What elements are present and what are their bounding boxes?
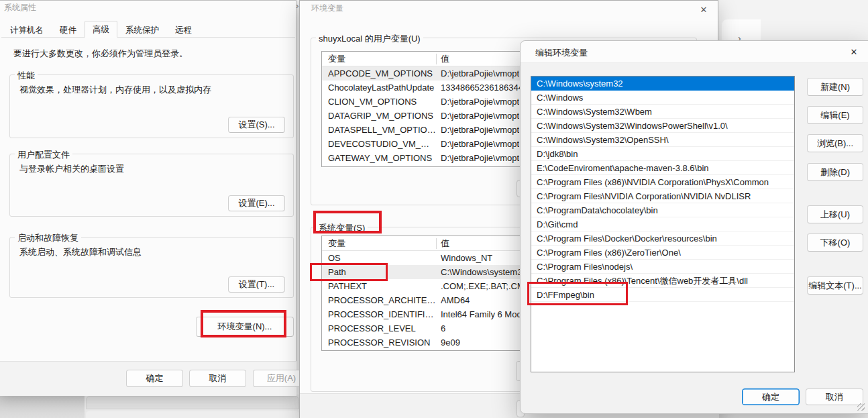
close-icon[interactable]: ✕ bbox=[698, 3, 710, 15]
variable-cell: DATASPELL_VM_OPTIONS bbox=[322, 123, 436, 137]
user-variables-title: shuyxLocal 的用户变量(U) bbox=[316, 33, 423, 45]
path-list-item[interactable]: C:\Windows\System32\OpenSSH\ bbox=[531, 133, 794, 147]
path-list-item[interactable]: C:\ProgramData\chocolatey\bin bbox=[531, 203, 794, 217]
value-cell: D:\jetbraPojie\vmopt bbox=[436, 95, 519, 109]
tab[interactable]: 硬件 bbox=[52, 23, 85, 38]
group-title: 性能 bbox=[15, 70, 38, 82]
path-list-item[interactable]: C:\Windows bbox=[531, 91, 794, 105]
footer-button[interactable]: 取消 bbox=[189, 370, 246, 387]
group-box: 用户配置文件 与登录帐户相关的桌面设置 设置(E)... bbox=[9, 154, 294, 217]
column-divider[interactable] bbox=[436, 238, 437, 249]
tab[interactable]: 计算机名 bbox=[2, 23, 52, 38]
list-action-button[interactable]: 编辑文本(T)... bbox=[807, 276, 863, 295]
dialog-title: 编辑环境变量 bbox=[535, 47, 588, 59]
value-cell: D:\jetbraPojie\vmopt bbox=[436, 137, 519, 151]
settings-button[interactable]: 设置(S)... bbox=[228, 117, 285, 133]
group-box: 性能 视觉效果，处理器计划，内存使用，以及虚拟内存 设置(S)... bbox=[9, 74, 294, 138]
column-divider[interactable] bbox=[436, 54, 437, 64]
variable-cell: PROCESSOR_REVISION bbox=[322, 335, 436, 350]
dialog-footer: 确定取消应用(A) bbox=[0, 361, 296, 396]
settings-button[interactable]: 设置(T)... bbox=[228, 276, 285, 293]
column-header-value[interactable]: 值 bbox=[436, 236, 449, 250]
value-cell: 13348665236186344 bbox=[436, 81, 523, 95]
value-cell: D:\jetbraPojie\vmopt bbox=[436, 151, 519, 165]
background-card bbox=[86, 396, 299, 409]
group-description: 系统启动、系统故障和调试信息 bbox=[19, 246, 142, 258]
variable-cell: APPCODE_VM_OPTIONS bbox=[322, 66, 436, 81]
close-icon[interactable]: ✕ bbox=[848, 46, 860, 58]
dialog-title: 系统属性 bbox=[4, 2, 36, 13]
path-list-item[interactable]: C:\Windows\system32 bbox=[531, 76, 794, 91]
path-list-item[interactable]: C:\Program Files\nodejs\ bbox=[531, 260, 794, 274]
ok-button[interactable]: 确定 bbox=[742, 388, 800, 405]
value-cell: 6 bbox=[436, 321, 445, 335]
resize-grip[interactable] bbox=[857, 403, 865, 411]
value-cell: .COM;.EXE;.BAT;.CMD bbox=[436, 279, 531, 293]
path-list-item[interactable]: C:\Windows\System32\WindowsPowerShell\v1… bbox=[531, 119, 794, 133]
variable-cell: CLION_VM_OPTIONS bbox=[322, 95, 436, 109]
path-list-item[interactable]: E:\CodeEnviroment\apache-maven-3.8.6\bin bbox=[531, 161, 794, 175]
background-card: › bbox=[722, 19, 761, 42]
list-action-button[interactable]: 删除(D) bbox=[807, 163, 863, 181]
path-list-item[interactable]: C:\Program Files (x86)\ZeroTier\One\ bbox=[531, 246, 794, 260]
list-action-button[interactable]: 新建(N) bbox=[807, 78, 863, 96]
tab-bar: 计算机名硬件高级系统保护远程 bbox=[2, 21, 200, 38]
value-cell: 9e09 bbox=[436, 335, 460, 350]
tab[interactable]: 系统保护 bbox=[117, 23, 167, 38]
path-list-item[interactable]: D:\Git\cmd bbox=[531, 217, 794, 231]
column-header-variable[interactable]: 变量 bbox=[322, 236, 436, 250]
path-list-item[interactable]: D:\jdk8\bin bbox=[531, 147, 794, 161]
path-list-item[interactable]: C:\Windows\System32\Wbem bbox=[531, 105, 794, 119]
value-cell: AMD64 bbox=[436, 293, 470, 307]
variable-cell: ChocolateyLastPathUpdate bbox=[322, 81, 436, 95]
path-entries-list[interactable]: C:\Windows\system32C:\WindowsC:\Windows\… bbox=[531, 76, 795, 372]
path-list-item[interactable]: C:\Program Files\NVIDIA Corporation\NVID… bbox=[531, 189, 794, 203]
variable-cell: DEVECOSTUDIO_VM_OPT... bbox=[322, 137, 436, 151]
list-action-button[interactable]: 编辑(E) bbox=[807, 106, 863, 124]
value-cell: Windows_NT bbox=[436, 251, 492, 265]
background-sidebar bbox=[0, 395, 85, 418]
group-title: 启动和故障恢复 bbox=[15, 232, 81, 244]
background-card bbox=[86, 411, 299, 418]
value-cell: D:\jetbraPojie\vmopt bbox=[436, 123, 519, 137]
cancel-button[interactable]: 取消 bbox=[806, 388, 863, 405]
path-list-item[interactable]: C:\Program Files\Docker\Docker\resources… bbox=[531, 231, 794, 246]
title-bar: 编辑环境变量 ✕ bbox=[521, 41, 868, 63]
settings-button[interactable]: 设置(E)... bbox=[228, 195, 285, 211]
value-cell: D:\jetbraPojie\vmopt bbox=[436, 66, 519, 81]
column-header-variable[interactable]: 变量 bbox=[322, 52, 436, 66]
variable-cell: DATAGRIP_VM_OPTIONS bbox=[322, 109, 436, 123]
dialog-title: 环境变量 bbox=[311, 3, 343, 14]
variable-cell: PROCESSOR_IDENTIFIER bbox=[322, 307, 436, 321]
variable-cell: PROCESSOR_LEVEL bbox=[322, 321, 436, 335]
group-description: 视觉效果，处理器计划，内存使用，以及虚拟内存 bbox=[19, 84, 211, 96]
annotation-box-path-row bbox=[310, 263, 388, 281]
variable-cell: GATEWAY_VM_OPTIONS bbox=[322, 151, 436, 165]
list-action-button[interactable]: 下移(O) bbox=[807, 233, 863, 252]
variable-cell: PROCESSOR_ARCHITECT... bbox=[322, 293, 436, 307]
value-cell: D:\jetbraPojie\vmopt bbox=[436, 109, 519, 123]
group-description: 与登录帐户相关的桌面设置 bbox=[19, 163, 124, 175]
list-action-button[interactable]: 上移(U) bbox=[807, 205, 863, 223]
footer-button[interactable]: 确定 bbox=[126, 370, 183, 387]
group-box: 启动和故障恢复 系统启动、系统故障和调试信息 设置(T)... bbox=[9, 237, 294, 298]
list-action-button[interactable]: 浏览(B)... bbox=[807, 134, 863, 152]
value-cell: Intel64 Family 6 Mod bbox=[436, 307, 522, 321]
value-cell: C:\Windows\system3 bbox=[436, 265, 522, 279]
background-settings-window-bottom bbox=[0, 395, 299, 418]
tab[interactable]: 远程 bbox=[167, 23, 200, 38]
path-list-item[interactable]: C:\Program Files (x86)\NVIDIA Corporatio… bbox=[531, 175, 794, 189]
group-title: 用户配置文件 bbox=[15, 149, 72, 161]
background-settings-window: › bbox=[718, 0, 868, 42]
annotation-box-ffmpeg-entry bbox=[527, 282, 628, 305]
annotation-box-system-variables-title bbox=[313, 211, 382, 233]
tab[interactable]: 高级 bbox=[85, 21, 117, 38]
edit-environment-variable-dialog: 编辑环境变量 ✕ C:\Windows\system32C:\WindowsC:… bbox=[520, 40, 868, 414]
variable-cell: PATHEXT bbox=[322, 279, 436, 293]
admin-note: 要进行大多数更改，你必须作为管理员登录。 bbox=[13, 48, 188, 60]
annotation-box-environment-variables-button bbox=[201, 310, 286, 337]
column-header-value[interactable]: 值 bbox=[436, 52, 449, 66]
